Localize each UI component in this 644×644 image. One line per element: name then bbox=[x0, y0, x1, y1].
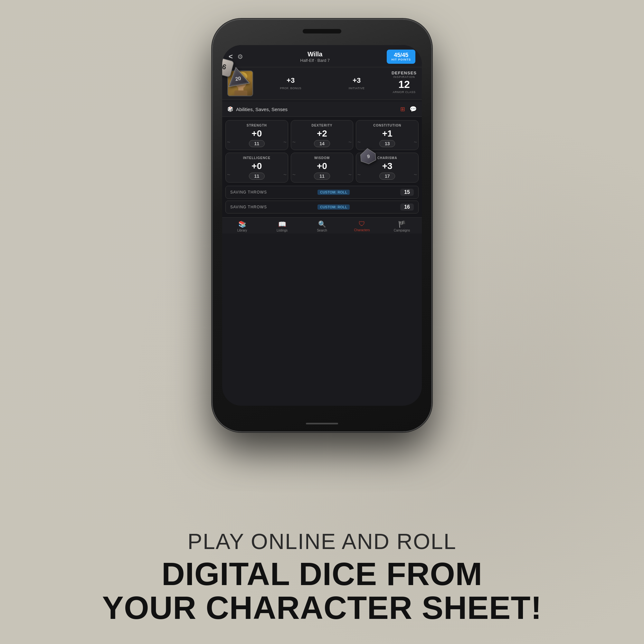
hp-label: HIT POINTS bbox=[391, 58, 411, 61]
initiative-label: INITIATIVE bbox=[349, 87, 365, 90]
search-icon: 🔍 bbox=[318, 220, 326, 228]
defenses-title: DEFENSES bbox=[392, 71, 417, 75]
characters-label: Characters bbox=[354, 228, 370, 232]
custom-roll-value-2: 16 bbox=[400, 204, 414, 211]
page-container: < ⚙ Willa Half-Elf · Bard 7 45/45 HIT PO… bbox=[0, 0, 644, 644]
custom-roll-section: SAVING THROWS CUSTOM: ROLL 15 SAVING THR… bbox=[222, 186, 422, 217]
d20-die: 20 bbox=[226, 66, 250, 90]
custom-roll-tag-2[interactable]: CUSTOM: ROLL bbox=[317, 204, 350, 210]
phone-screen: < ⚙ Willa Half-Elf · Bard 7 45/45 HIT PO… bbox=[222, 45, 422, 406]
saving-throws-label-1: SAVING THROWS bbox=[230, 190, 267, 194]
custom-roll-1: SAVING THROWS CUSTOM: ROLL 15 bbox=[225, 186, 419, 199]
inspiration-label: INSPIRATION bbox=[392, 75, 417, 79]
d8-die: 9 bbox=[359, 147, 377, 166]
character-name: Willa bbox=[300, 51, 330, 58]
tagline-line1: PLAY ONLINE AND ROLL bbox=[16, 529, 628, 554]
dexterity-label: DEXTERITY bbox=[294, 124, 351, 127]
initiative-stat: +3 INITIATIVE bbox=[349, 76, 365, 90]
section-title: 🎲 Abilities, Saves, Senses bbox=[227, 106, 288, 112]
intelligence-card[interactable]: INTELLIGENCE +0 11 bbox=[225, 153, 288, 183]
wisdom-modifier: +0 bbox=[294, 161, 351, 171]
nav-campaigns[interactable]: 🏴 Campaigns bbox=[382, 220, 422, 232]
strength-label: STRENGTH bbox=[228, 124, 285, 127]
constitution-card[interactable]: CONSTITUTION +1 13 bbox=[356, 120, 419, 150]
abilities-title: Abilities, Saves, Senses bbox=[236, 107, 288, 112]
charisma-card[interactable]: CHARISMA +3 17 bbox=[356, 153, 419, 183]
grid-view-icon[interactable]: ⊞ bbox=[400, 106, 405, 113]
listings-label: Listings bbox=[277, 229, 288, 232]
bottom-text-block: PLAY ONLINE AND ROLL DIGITAL DICE FROM Y… bbox=[16, 529, 628, 625]
strength-score: 11 bbox=[249, 140, 265, 147]
constitution-modifier: +1 bbox=[359, 128, 416, 139]
svg-text:20: 20 bbox=[235, 75, 241, 82]
hp-badge: 45/45 HIT POINTS bbox=[387, 50, 415, 64]
custom-roll-value-1: 15 bbox=[400, 189, 414, 196]
dexterity-score: 14 bbox=[314, 140, 330, 147]
wisdom-card[interactable]: WISDOM +0 11 bbox=[291, 153, 354, 183]
initiative-value: +3 bbox=[349, 76, 365, 85]
section-icons: ⊞ 💬 bbox=[400, 106, 417, 113]
campaigns-label: Campaigns bbox=[394, 229, 410, 232]
phone-wrapper: < ⚙ Willa Half-Elf · Bard 7 45/45 HIT PO… bbox=[213, 19, 431, 431]
app-header: < ⚙ Willa Half-Elf · Bard 7 45/45 HIT PO… bbox=[222, 45, 422, 67]
intelligence-modifier: +0 bbox=[228, 161, 285, 171]
listings-icon: 📖 bbox=[278, 220, 286, 228]
wisdom-score: 11 bbox=[314, 173, 330, 180]
prof-bonus-label: PROF. BONUS bbox=[280, 87, 301, 90]
search-label: Search bbox=[317, 229, 327, 232]
custom-roll-tag-1[interactable]: CUSTOM: ROLL bbox=[317, 190, 350, 195]
tagline-line3-text: YOUR CHARACTER SHEET! bbox=[102, 590, 542, 626]
settings-icon[interactable]: ⚙ bbox=[237, 53, 243, 61]
tagline-line2-text: DIGITAL DICE FROM bbox=[162, 556, 483, 592]
charisma-score: 17 bbox=[379, 173, 395, 180]
intelligence-score: 11 bbox=[249, 173, 265, 180]
prof-bonus-value: +3 bbox=[280, 76, 301, 85]
dexterity-modifier: +2 bbox=[294, 128, 351, 139]
constitution-score: 13 bbox=[379, 140, 395, 147]
wisdom-label: WISDOM bbox=[294, 156, 351, 160]
nav-library[interactable]: 📚 Library bbox=[222, 220, 262, 232]
header-center: Willa Half-Elf · Bard 7 bbox=[300, 51, 330, 63]
library-label: Library bbox=[237, 229, 247, 232]
dexterity-card[interactable]: DEXTERITY +2 14 bbox=[291, 120, 354, 150]
armor-class-label: ARMOR CLASS bbox=[392, 90, 417, 94]
nav-search[interactable]: 🔍 Search bbox=[302, 220, 342, 232]
custom-roll-2: SAVING THROWS CUSTOM: ROLL 16 bbox=[225, 201, 419, 213]
tagline-line2: DIGITAL DICE FROM YOUR CHARACTER SHEET! bbox=[16, 557, 628, 625]
characters-icon: 🛡 bbox=[359, 220, 365, 228]
svg-text:9: 9 bbox=[367, 154, 370, 159]
character-subtitle: Half-Elf · Bard 7 bbox=[300, 58, 330, 63]
strength-card[interactable]: STRENGTH +0 11 bbox=[225, 120, 288, 150]
phone-shell: < ⚙ Willa Half-Elf · Bard 7 45/45 HIT PO… bbox=[213, 19, 431, 431]
bottom-navigation: 📚 Library 📖 Listings 🔍 Search 🛡 Characte… bbox=[222, 217, 422, 233]
abilities-icon: 🎲 bbox=[227, 106, 233, 112]
prof-bonus-stat: +3 PROF. BONUS bbox=[280, 76, 301, 90]
character-row: 6 bbox=[222, 67, 422, 100]
constitution-label: CONSTITUTION bbox=[359, 124, 416, 127]
saving-throws-label-2: SAVING THROWS bbox=[230, 205, 267, 209]
svg-rect-6 bbox=[234, 90, 247, 96]
nav-characters[interactable]: 🛡 Characters bbox=[342, 220, 382, 232]
hp-value: 45/45 bbox=[391, 52, 411, 58]
intelligence-label: INTELLIGENCE bbox=[228, 156, 285, 160]
defenses-column: DEFENSES INSPIRATION 12 ARMOR CLASS bbox=[392, 71, 417, 96]
campaigns-icon: 🏴 bbox=[398, 220, 406, 228]
armor-class-value: 12 bbox=[392, 79, 417, 90]
ability-grid: STRENGTH +0 11 DEXTERITY +2 14 CONSTITUT… bbox=[222, 117, 422, 186]
nav-listings[interactable]: 📖 Listings bbox=[262, 220, 302, 232]
abilities-section-header: 🎲 Abilities, Saves, Senses ⊞ 💬 bbox=[222, 102, 422, 117]
char-stats-row: +3 PROF. BONUS +3 INITIATIVE bbox=[256, 71, 388, 96]
library-icon: 📚 bbox=[238, 220, 246, 228]
strength-modifier: +0 bbox=[228, 128, 285, 139]
chat-icon[interactable]: 💬 bbox=[410, 106, 417, 113]
